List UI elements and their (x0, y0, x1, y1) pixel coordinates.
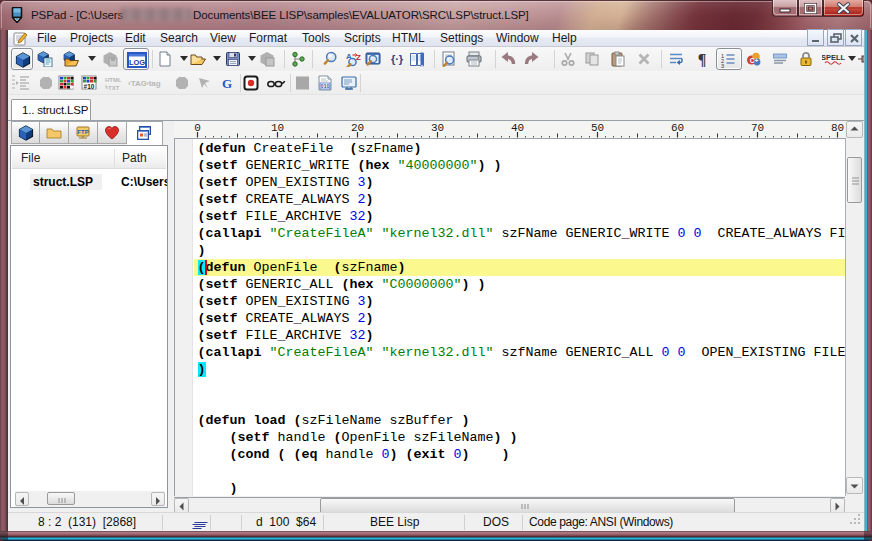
svg-text:HTML: HTML (105, 77, 122, 83)
svg-text:¶: ¶ (698, 51, 707, 67)
svg-text:‹tag: ‹tag (146, 79, 161, 88)
svg-text:SPELL: SPELL (822, 53, 846, 62)
svg-text:010: 010 (320, 83, 329, 89)
svg-text:TXT: TXT (108, 85, 120, 91)
svg-text:50: 50 (591, 122, 604, 134)
svg-text:Z: Z (356, 53, 361, 62)
svg-text:0: 0 (194, 122, 201, 134)
svg-text:{·}: {·} (391, 53, 404, 65)
svg-text:80: 80 (831, 122, 844, 134)
svg-text:20: 20 (351, 122, 364, 134)
svg-text:C+: C+ (750, 57, 759, 64)
svg-text:FTP: FTP (77, 129, 88, 135)
svg-text:70: 70 (751, 122, 764, 134)
svg-text:LOG: LOG (129, 58, 145, 67)
svg-text:#10: #10 (84, 83, 95, 90)
svg-text:10: 10 (271, 122, 284, 134)
svg-text:G: G (222, 76, 232, 91)
svg-text:30: 30 (431, 122, 444, 134)
svg-text:40: 40 (511, 122, 524, 134)
svg-text:60: 60 (671, 122, 684, 134)
svg-text:3: 3 (721, 63, 724, 68)
